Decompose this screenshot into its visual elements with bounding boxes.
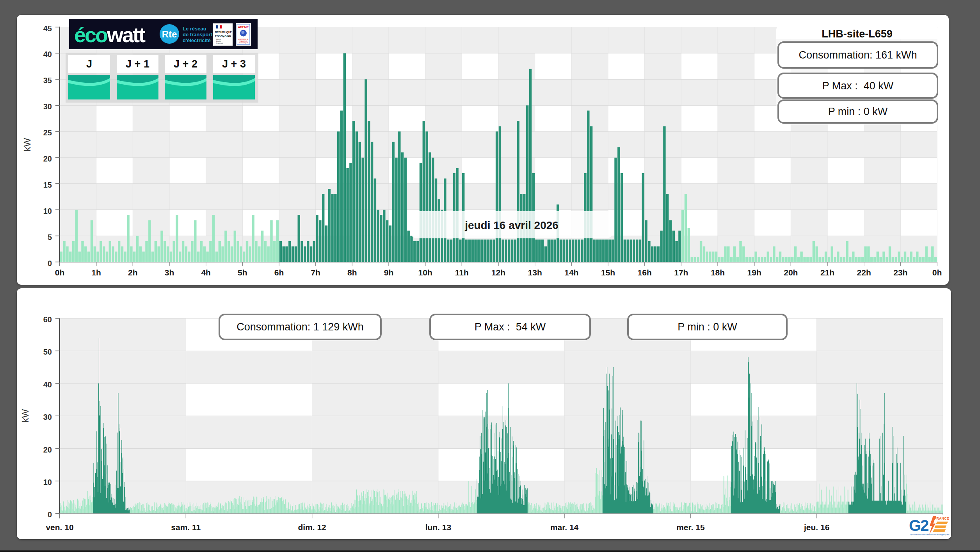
svg-text:60: 60 (43, 315, 52, 324)
svg-text:20: 20 (43, 154, 52, 163)
svg-text:Fraternité: Fraternité (216, 42, 224, 44)
svg-text:0: 0 (48, 510, 52, 519)
svg-text:jeudi 16 avril 2026: jeudi 16 avril 2026 (464, 219, 558, 231)
svg-text:FRANCE: FRANCE (934, 517, 949, 520)
svg-text:5: 5 (48, 233, 52, 241)
svg-text:50: 50 (43, 348, 52, 356)
svg-text:P Max : 54 kW: P Max : 54 kW (475, 321, 546, 333)
svg-text:jeu. 16: jeu. 16 (804, 523, 829, 532)
svg-text:Rte: Rte (162, 29, 177, 39)
svg-text:6h: 6h (274, 268, 284, 277)
svg-text:TRANSITION: TRANSITION (239, 41, 247, 42)
svg-text:15h: 15h (601, 268, 615, 277)
svg-text:10: 10 (43, 207, 52, 215)
svg-text:5h: 5h (238, 268, 247, 277)
svg-text:Optimisation des ressources én: Optimisation des ressources énergétiques (910, 533, 950, 536)
svg-text:kW: kW (22, 138, 32, 151)
svg-text:35: 35 (43, 76, 52, 85)
svg-text:Consommation: 1 129 kWh: Consommation: 1 129 kWh (237, 321, 364, 333)
svg-text:13h: 13h (528, 268, 542, 277)
svg-text:G2: G2 (909, 517, 928, 534)
svg-text:16h: 16h (638, 268, 652, 277)
svg-text:20h: 20h (784, 268, 798, 277)
svg-text:de transport: de transport (183, 32, 213, 37)
svg-text:40: 40 (43, 380, 52, 389)
svg-text:P min : 0 kW: P min : 0 kW (678, 321, 737, 333)
svg-text:Le réseau: Le réseau (183, 26, 206, 32)
svg-text:20: 20 (43, 446, 52, 454)
svg-text:0: 0 (48, 259, 52, 268)
svg-text:18h: 18h (711, 268, 725, 277)
svg-text:23h: 23h (893, 268, 907, 277)
svg-text:ÉCOLOGIQUE: ÉCOLOGIQUE (239, 42, 248, 44)
svg-text:9h: 9h (384, 268, 394, 277)
svg-text:8h: 8h (347, 268, 357, 277)
svg-text:P min : 0 kW: P min : 0 kW (828, 106, 888, 117)
svg-text:mer. 15: mer. 15 (676, 523, 705, 532)
svg-text:12h: 12h (491, 268, 505, 277)
svg-text:10: 10 (43, 478, 52, 486)
svg-text:15: 15 (43, 181, 52, 189)
svg-text:RÉPUBLIQUE: RÉPUBLIQUE (215, 30, 232, 34)
svg-text:lun. 13: lun. 13 (425, 523, 452, 532)
svg-text:11h: 11h (455, 268, 469, 277)
svg-text:LHB-site-L659: LHB-site-L659 (822, 28, 893, 40)
svg-text:10h: 10h (418, 268, 432, 277)
svg-text:14h: 14h (564, 268, 578, 277)
svg-text:d'électricité: d'électricité (183, 37, 211, 43)
svg-text:40: 40 (43, 50, 52, 59)
svg-text:Consommation: 161 kWh: Consommation: 161 kWh (799, 49, 917, 61)
svg-text:30: 30 (43, 102, 52, 111)
svg-text:FRANÇAISE: FRANÇAISE (215, 34, 231, 37)
svg-text:3h: 3h (165, 268, 174, 277)
svg-text:45: 45 (43, 24, 52, 33)
svg-text:ven. 10: ven. 10 (46, 523, 73, 532)
svg-text:P Max : 40 kW: P Max : 40 kW (822, 80, 894, 92)
svg-text:0h: 0h (932, 268, 942, 277)
svg-text:0h: 0h (55, 268, 65, 277)
svg-text:19h: 19h (747, 268, 761, 277)
svg-text:17h: 17h (674, 268, 688, 277)
svg-text:écowatt: écowatt (74, 23, 146, 46)
svg-text:4h: 4h (201, 268, 211, 277)
svg-text:sam. 11: sam. 11 (171, 523, 201, 532)
svg-text:kW: kW (20, 409, 30, 422)
svg-text:2h: 2h (128, 268, 138, 277)
svg-text:21h: 21h (820, 268, 834, 277)
svg-text:AGENCE DE LA: AGENCE DE LA (238, 39, 249, 40)
svg-text:25: 25 (43, 128, 52, 137)
svg-text:22h: 22h (857, 268, 871, 277)
svg-text:dim. 12: dim. 12 (298, 523, 326, 532)
svg-text:7h: 7h (311, 268, 320, 277)
svg-text:mar. 14: mar. 14 (550, 523, 579, 532)
svg-text:ADEME: ADEME (238, 25, 249, 29)
svg-text:1h: 1h (91, 268, 101, 277)
svg-text:30: 30 (43, 413, 52, 421)
